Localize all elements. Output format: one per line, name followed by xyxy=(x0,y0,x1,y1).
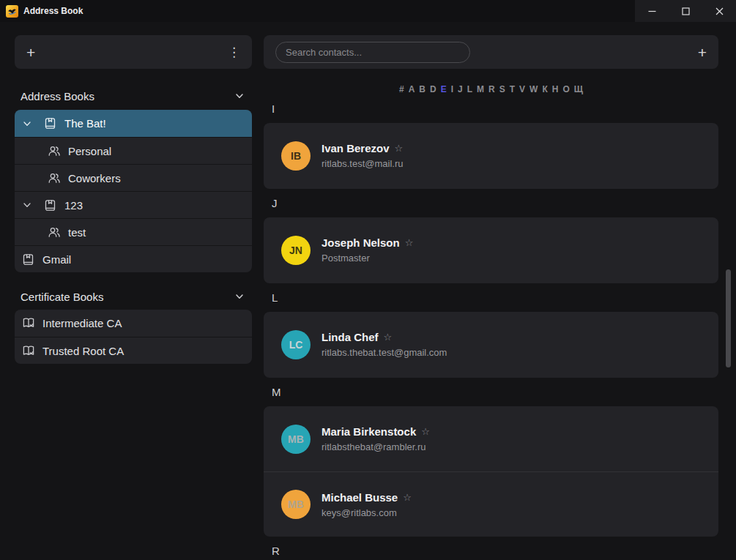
contact-detail: ritlabsthebat@rambler.ru xyxy=(321,441,430,452)
contact-row-michael-busse[interactable]: MB Michael Busse ☆ keys@ritlabs.com xyxy=(264,471,718,537)
sidebar-toolbar: + ⋮ xyxy=(15,35,252,69)
favorite-star-icon[interactable]: ☆ xyxy=(405,237,414,248)
alphabet-letter[interactable]: V xyxy=(519,84,525,94)
alphabet-letter[interactable]: Н xyxy=(552,84,559,94)
contact-row-joseph-nelson[interactable]: JN Joseph Nelson ☆ Postmaster xyxy=(264,217,718,283)
contact-group-icon xyxy=(48,145,62,157)
contact-row-linda-chef[interactable]: LC Linda Chef ☆ ritlabs.thebat.test@gmai… xyxy=(264,312,718,377)
sidebar-item-label: test xyxy=(68,226,86,239)
contact-card: LC Linda Chef ☆ ritlabs.thebat.test@gmai… xyxy=(264,312,718,378)
alphabet-letter[interactable]: T xyxy=(510,84,515,94)
alphabet-letter[interactable]: # xyxy=(399,84,404,94)
contact-name: Ivan Berezov xyxy=(321,142,390,154)
group-letter: J xyxy=(272,197,278,209)
address-book-icon xyxy=(44,117,58,130)
sidebar-item-trusted-root-ca[interactable]: Trusted Root CA xyxy=(15,337,252,364)
alphabet-letter[interactable]: M xyxy=(477,84,484,94)
sidebar-item-personal[interactable]: Personal xyxy=(15,137,252,164)
address-book-window: Address Book + ⋮ Address Books xyxy=(0,0,736,560)
address-books-header-label: Address Books xyxy=(21,90,94,102)
contact-card: MB Maria Birkenstock ☆ ritlabsthebat@ram… xyxy=(264,406,718,537)
certificate-books-header[interactable]: Certificate Books xyxy=(15,287,252,306)
chevron-down-icon xyxy=(234,91,245,101)
window-title: Address Book xyxy=(23,6,83,16)
contact-name: Linda Chef xyxy=(321,331,379,343)
contact-row-ivan-berezov[interactable]: IB Ivan Berezov ☆ ritlabs.test@mail.ru xyxy=(264,123,718,188)
search-input[interactable] xyxy=(275,42,470,63)
sidebar-item-label: 123 xyxy=(64,199,83,212)
favorite-star-icon[interactable]: ☆ xyxy=(384,332,393,343)
sidebar-item-the-bat[interactable]: The Bat! xyxy=(15,110,252,137)
group-letter: L xyxy=(272,291,278,304)
alphabet-letter[interactable]: S xyxy=(499,84,505,94)
more-menu-button[interactable]: ⋮ xyxy=(228,46,240,59)
certificate-book-icon xyxy=(22,317,36,329)
contact-detail: Postmaster xyxy=(321,253,413,264)
vertical-scrollbar-thumb[interactable] xyxy=(726,269,731,367)
certificate-book-icon xyxy=(22,345,36,357)
certificate-books-list: Intermediate CA Trusted Root CA xyxy=(15,310,252,364)
sidebar: + ⋮ Address Books The Bat! xyxy=(15,35,252,364)
add-book-button[interactable]: + xyxy=(26,45,35,60)
alphabet-letter[interactable]: Щ xyxy=(574,84,583,94)
favorite-star-icon[interactable]: ☆ xyxy=(395,143,404,154)
app-logo-thebat-icon xyxy=(6,5,18,18)
sidebar-item-intermediate-ca[interactable]: Intermediate CA xyxy=(15,310,252,337)
contact-name: Joseph Nelson xyxy=(321,236,400,249)
contact-row-maria-birkenstock[interactable]: MB Maria Birkenstock ☆ ritlabsthebat@ram… xyxy=(264,406,718,471)
sidebar-item-coworkers[interactable]: Coworkers xyxy=(15,164,252,191)
contact-list-panel: + #ABDEIJLMRSTVWКНОЩ I IB Ivan Berezov ☆… xyxy=(264,0,718,560)
sidebar-item-label: Gmail xyxy=(42,253,71,266)
alphabet-letter[interactable]: L xyxy=(467,84,472,94)
group-letter: I xyxy=(272,102,275,115)
certificate-books-header-label: Certificate Books xyxy=(21,291,103,303)
alphabet-index: #ABDEIJLMRSTVWКНОЩ xyxy=(264,84,718,94)
chevron-down-icon[interactable] xyxy=(22,200,34,210)
alphabet-letter[interactable]: B xyxy=(419,84,425,94)
favorite-star-icon[interactable]: ☆ xyxy=(403,492,412,503)
alphabet-letter[interactable]: D xyxy=(430,84,436,94)
avatar: MB xyxy=(281,490,311,519)
sidebar-item-test[interactable]: test xyxy=(15,218,252,245)
alphabet-letter[interactable]: A xyxy=(409,84,415,94)
contact-card: JN Joseph Nelson ☆ Postmaster xyxy=(264,217,718,283)
alphabet-letter[interactable]: W xyxy=(529,84,538,94)
contact-group-icon xyxy=(48,172,62,184)
address-books-header[interactable]: Address Books xyxy=(15,86,252,105)
sidebar-item-123[interactable]: 123 xyxy=(15,191,252,218)
contact-detail: ritlabs.thebat.test@gmail.com xyxy=(321,347,447,358)
group-letter: M xyxy=(272,386,281,398)
contact-name: Maria Birkenstock xyxy=(321,425,416,438)
sidebar-item-gmail[interactable]: Gmail xyxy=(15,245,252,272)
sidebar-item-label: The Bat! xyxy=(64,117,106,130)
alphabet-letter[interactable]: R xyxy=(488,84,495,94)
sidebar-item-label: Coworkers xyxy=(68,172,121,184)
alphabet-letter[interactable]: К xyxy=(542,84,547,94)
contact-name: Michael Busse xyxy=(321,491,398,504)
alphabet-letter-active[interactable]: E xyxy=(441,84,447,94)
contact-group-icon xyxy=(48,226,62,239)
avatar: IB xyxy=(281,141,311,171)
contact-card: IB Ivan Berezov ☆ ritlabs.test@mail.ru xyxy=(264,123,718,189)
contact-detail: ritlabs.test@mail.ru xyxy=(321,158,403,169)
address-books-tree: The Bat! Personal xyxy=(15,110,252,272)
chevron-down-icon[interactable] xyxy=(22,119,34,129)
address-book-icon xyxy=(22,253,36,266)
contact-detail: keys@ritlabs.com xyxy=(321,507,412,518)
sidebar-item-label: Trusted Root CA xyxy=(42,345,124,357)
favorite-star-icon[interactable]: ☆ xyxy=(421,426,430,437)
address-book-icon xyxy=(44,199,58,212)
alphabet-letter[interactable]: I xyxy=(451,84,453,94)
alphabet-letter[interactable]: J xyxy=(458,84,463,94)
alphabet-letter[interactable]: О xyxy=(562,84,569,94)
search-toolbar: + xyxy=(264,35,718,69)
chevron-down-icon xyxy=(234,291,245,302)
add-contact-button[interactable]: + xyxy=(698,45,707,60)
group-letter: R xyxy=(272,545,280,557)
sidebar-item-label: Intermediate CA xyxy=(42,317,122,329)
avatar: MB xyxy=(281,425,311,454)
avatar: JN xyxy=(281,236,311,265)
avatar: LC xyxy=(281,330,311,359)
sidebar-item-label: Personal xyxy=(68,145,111,157)
